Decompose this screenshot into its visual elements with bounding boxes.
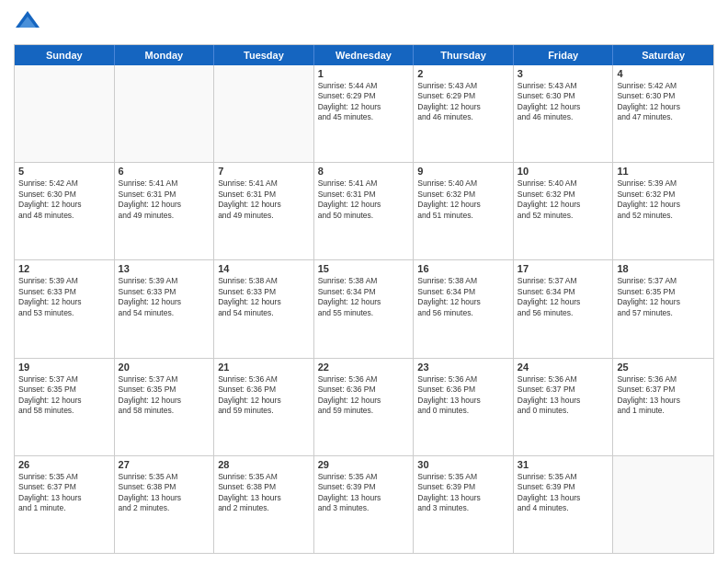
header-day-sunday: Sunday (15, 45, 115, 65)
day-info: Sunrise: 5:40 AM Sunset: 6:32 PM Dayligh… (417, 178, 509, 221)
day-info: Sunrise: 5:35 AM Sunset: 6:39 PM Dayligh… (518, 472, 609, 514)
empty-cell (214, 65, 314, 162)
day-cell-15: 15Sunrise: 5:38 AM Sunset: 6:34 PM Dayli… (314, 260, 415, 357)
day-number: 13 (119, 263, 210, 274)
header-day-wednesday: Wednesday (314, 45, 415, 65)
day-cell-19: 19Sunrise: 5:37 AM Sunset: 6:35 PM Dayli… (15, 359, 115, 455)
calendar-row-3: 12Sunrise: 5:39 AM Sunset: 6:33 PM Dayli… (15, 260, 713, 358)
day-number: 29 (318, 459, 410, 470)
day-cell-23: 23Sunrise: 5:36 AM Sunset: 6:36 PM Dayli… (414, 359, 514, 455)
day-info: Sunrise: 5:41 AM Sunset: 6:31 PM Dayligh… (119, 178, 210, 221)
day-info: Sunrise: 5:37 AM Sunset: 6:35 PM Dayligh… (617, 276, 710, 318)
day-cell-18: 18Sunrise: 5:37 AM Sunset: 6:35 PM Dayli… (613, 260, 713, 357)
day-info: Sunrise: 5:36 AM Sunset: 6:37 PM Dayligh… (518, 374, 609, 417)
day-number: 12 (18, 263, 110, 274)
empty-cell (613, 456, 713, 553)
day-number: 17 (518, 263, 609, 274)
day-info: Sunrise: 5:42 AM Sunset: 6:30 PM Dayligh… (617, 81, 710, 123)
day-cell-2: 2Sunrise: 5:43 AM Sunset: 6:29 PM Daylig… (414, 65, 514, 162)
day-info: Sunrise: 5:35 AM Sunset: 6:38 PM Dayligh… (218, 472, 310, 514)
day-number: 19 (18, 362, 110, 373)
day-info: Sunrise: 5:43 AM Sunset: 6:29 PM Dayligh… (417, 81, 509, 123)
empty-cell (15, 65, 115, 162)
day-info: Sunrise: 5:37 AM Sunset: 6:35 PM Dayligh… (119, 374, 210, 417)
day-cell-31: 31Sunrise: 5:35 AM Sunset: 6:39 PM Dayli… (514, 456, 614, 553)
day-number: 6 (119, 166, 210, 177)
calendar: SundayMondayTuesdayWednesdayThursdayFrid… (14, 44, 714, 554)
day-info: Sunrise: 5:43 AM Sunset: 6:30 PM Dayligh… (518, 81, 609, 123)
day-cell-14: 14Sunrise: 5:38 AM Sunset: 6:33 PM Dayli… (214, 260, 314, 357)
day-number: 14 (218, 263, 310, 274)
day-number: 3 (518, 68, 609, 79)
day-info: Sunrise: 5:37 AM Sunset: 6:34 PM Dayligh… (518, 276, 609, 318)
calendar-row-1: 1Sunrise: 5:44 AM Sunset: 6:29 PM Daylig… (15, 65, 713, 163)
calendar-row-4: 19Sunrise: 5:37 AM Sunset: 6:35 PM Dayli… (15, 359, 713, 456)
day-number: 11 (617, 166, 710, 177)
day-info: Sunrise: 5:36 AM Sunset: 6:36 PM Dayligh… (218, 374, 310, 417)
day-cell-26: 26Sunrise: 5:35 AM Sunset: 6:37 PM Dayli… (15, 456, 115, 553)
day-number: 21 (218, 362, 310, 373)
day-cell-17: 17Sunrise: 5:37 AM Sunset: 6:34 PM Dayli… (514, 260, 614, 357)
day-cell-1: 1Sunrise: 5:44 AM Sunset: 6:29 PM Daylig… (314, 65, 415, 162)
day-number: 24 (518, 362, 609, 373)
header-day-thursday: Thursday (414, 45, 514, 65)
day-number: 23 (417, 362, 509, 373)
header-day-friday: Friday (514, 45, 614, 65)
day-cell-27: 27Sunrise: 5:35 AM Sunset: 6:38 PM Dayli… (115, 456, 215, 553)
logo-icon (14, 9, 41, 37)
day-info: Sunrise: 5:38 AM Sunset: 6:33 PM Dayligh… (218, 276, 310, 318)
day-number: 2 (417, 68, 509, 79)
day-info: Sunrise: 5:42 AM Sunset: 6:30 PM Dayligh… (18, 178, 110, 221)
day-number: 26 (18, 459, 110, 470)
day-cell-20: 20Sunrise: 5:37 AM Sunset: 6:35 PM Dayli… (115, 359, 215, 455)
day-info: Sunrise: 5:37 AM Sunset: 6:35 PM Dayligh… (18, 374, 110, 417)
day-number: 4 (617, 68, 710, 79)
day-cell-12: 12Sunrise: 5:39 AM Sunset: 6:33 PM Dayli… (15, 260, 115, 357)
header (14, 9, 714, 37)
day-info: Sunrise: 5:39 AM Sunset: 6:33 PM Dayligh… (18, 276, 110, 318)
day-cell-8: 8Sunrise: 5:41 AM Sunset: 6:31 PM Daylig… (314, 163, 415, 259)
day-number: 20 (119, 362, 210, 373)
day-cell-9: 9Sunrise: 5:40 AM Sunset: 6:32 PM Daylig… (414, 163, 514, 259)
day-number: 30 (417, 459, 509, 470)
day-cell-21: 21Sunrise: 5:36 AM Sunset: 6:36 PM Dayli… (214, 359, 314, 455)
day-number: 9 (417, 166, 509, 177)
day-number: 1 (318, 68, 410, 79)
day-cell-3: 3Sunrise: 5:43 AM Sunset: 6:30 PM Daylig… (514, 65, 614, 162)
day-number: 15 (318, 263, 410, 274)
day-cell-7: 7Sunrise: 5:41 AM Sunset: 6:31 PM Daylig… (214, 163, 314, 259)
day-cell-16: 16Sunrise: 5:38 AM Sunset: 6:34 PM Dayli… (414, 260, 514, 357)
day-info: Sunrise: 5:36 AM Sunset: 6:36 PM Dayligh… (318, 374, 410, 417)
calendar-row-2: 5Sunrise: 5:42 AM Sunset: 6:30 PM Daylig… (15, 163, 713, 260)
day-cell-13: 13Sunrise: 5:39 AM Sunset: 6:33 PM Dayli… (115, 260, 215, 357)
day-cell-11: 11Sunrise: 5:39 AM Sunset: 6:32 PM Dayli… (613, 163, 713, 259)
day-number: 10 (518, 166, 609, 177)
day-info: Sunrise: 5:38 AM Sunset: 6:34 PM Dayligh… (417, 276, 509, 318)
day-cell-25: 25Sunrise: 5:36 AM Sunset: 6:37 PM Dayli… (613, 359, 713, 455)
day-info: Sunrise: 5:41 AM Sunset: 6:31 PM Dayligh… (318, 178, 410, 221)
day-cell-6: 6Sunrise: 5:41 AM Sunset: 6:31 PM Daylig… (115, 163, 215, 259)
day-cell-29: 29Sunrise: 5:35 AM Sunset: 6:39 PM Dayli… (314, 456, 415, 553)
day-info: Sunrise: 5:35 AM Sunset: 6:37 PM Dayligh… (18, 472, 110, 514)
day-cell-28: 28Sunrise: 5:35 AM Sunset: 6:38 PM Dayli… (214, 456, 314, 553)
header-day-monday: Monday (115, 45, 215, 65)
day-cell-22: 22Sunrise: 5:36 AM Sunset: 6:36 PM Dayli… (314, 359, 415, 455)
day-info: Sunrise: 5:38 AM Sunset: 6:34 PM Dayligh… (318, 276, 410, 318)
day-number: 18 (617, 263, 710, 274)
day-info: Sunrise: 5:41 AM Sunset: 6:31 PM Dayligh… (218, 178, 310, 221)
day-info: Sunrise: 5:40 AM Sunset: 6:32 PM Dayligh… (518, 178, 609, 221)
header-day-tuesday: Tuesday (214, 45, 314, 65)
logo (14, 9, 45, 37)
day-info: Sunrise: 5:39 AM Sunset: 6:33 PM Dayligh… (119, 276, 210, 318)
day-number: 22 (318, 362, 410, 373)
calendar-row-5: 26Sunrise: 5:35 AM Sunset: 6:37 PM Dayli… (15, 456, 713, 553)
calendar-body: 1Sunrise: 5:44 AM Sunset: 6:29 PM Daylig… (15, 65, 713, 553)
day-info: Sunrise: 5:35 AM Sunset: 6:39 PM Dayligh… (318, 472, 410, 514)
page: SundayMondayTuesdayWednesdayThursdayFrid… (0, 0, 728, 563)
day-cell-4: 4Sunrise: 5:42 AM Sunset: 6:30 PM Daylig… (613, 65, 713, 162)
day-info: Sunrise: 5:36 AM Sunset: 6:36 PM Dayligh… (417, 374, 509, 417)
day-cell-5: 5Sunrise: 5:42 AM Sunset: 6:30 PM Daylig… (15, 163, 115, 259)
day-cell-24: 24Sunrise: 5:36 AM Sunset: 6:37 PM Dayli… (514, 359, 614, 455)
calendar-header: SundayMondayTuesdayWednesdayThursdayFrid… (15, 45, 713, 65)
day-number: 8 (318, 166, 410, 177)
